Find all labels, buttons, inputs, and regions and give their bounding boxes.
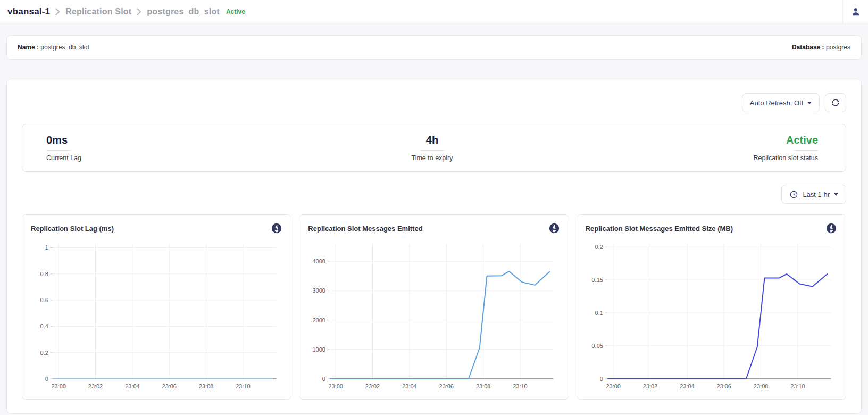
svg-text:23:02: 23:02 xyxy=(88,383,103,389)
summary-stats-bar: 0ms Current Lag 4h Time to expiry Active… xyxy=(22,124,846,172)
chart-messages-emitted: 0100020003000400023:0023:0223:0423:0623:… xyxy=(308,237,560,393)
svg-text:23:02: 23:02 xyxy=(642,383,657,389)
time-to-expiry-value: 4h xyxy=(426,134,438,146)
replication-slot-page: vbansal-1 Replication Slot postgres_db_s… xyxy=(0,0,868,415)
chart-header: Replication Slot Messages Emitted xyxy=(308,222,560,234)
slot-name-label: Name : xyxy=(18,44,39,51)
svg-text:23:10: 23:10 xyxy=(236,383,250,389)
caret-down-icon xyxy=(834,193,838,196)
auto-refresh-label: Auto Refresh: Off xyxy=(750,99,803,107)
chart-card-messages-emitted: Replication Slot Messages Emitted 010002… xyxy=(299,214,569,400)
breadcrumb: vbansal-1 Replication Slot postgres_db_s… xyxy=(7,6,245,17)
prometheus-icon[interactable] xyxy=(271,222,282,234)
chart-title: Replication Slot Messages Emitted xyxy=(308,225,422,233)
svg-text:23:08: 23:08 xyxy=(476,383,490,389)
user-icon xyxy=(850,6,861,17)
svg-text:23:04: 23:04 xyxy=(403,383,417,389)
current-lag-value: 0ms xyxy=(46,134,68,146)
svg-text:2000: 2000 xyxy=(313,317,326,323)
slot-database-label: Database : xyxy=(792,44,824,51)
chevron-right-icon xyxy=(137,8,141,15)
refresh-button[interactable] xyxy=(825,93,846,112)
user-menu-button[interactable] xyxy=(842,0,868,23)
svg-text:0.2: 0.2 xyxy=(40,350,48,356)
svg-text:23:00: 23:00 xyxy=(52,383,66,389)
clock-icon xyxy=(789,190,798,199)
chart-messages-emitted-size: 00.050.10.150.223:0023:0223:0423:0623:08… xyxy=(586,237,837,393)
stat-time-to-expiry: 4h Time to expiry xyxy=(304,134,561,162)
svg-text:23:04: 23:04 xyxy=(680,383,694,389)
svg-text:23:04: 23:04 xyxy=(125,383,139,389)
svg-text:23:06: 23:06 xyxy=(162,383,177,389)
svg-text:0.2: 0.2 xyxy=(595,244,603,250)
svg-text:23:06: 23:06 xyxy=(439,383,454,389)
slot-database: Database : postgres xyxy=(792,44,850,51)
svg-text:1000: 1000 xyxy=(313,346,326,353)
refresh-icon xyxy=(831,98,840,107)
slot-status-badge: Active xyxy=(226,8,245,15)
chevron-right-icon xyxy=(55,8,60,15)
svg-text:0.6: 0.6 xyxy=(40,297,48,303)
svg-text:4000: 4000 xyxy=(313,258,326,264)
breadcrumb-universe[interactable]: vbansal-1 xyxy=(7,6,50,17)
svg-text:1: 1 xyxy=(45,244,48,251)
chart-card-slot-lag: Replication Slot Lag (ms) 00.20.40.60.81… xyxy=(22,214,291,400)
stat-divider xyxy=(794,150,818,151)
time-range-label: Last 1 hr xyxy=(803,190,830,198)
svg-text:0.4: 0.4 xyxy=(40,323,48,329)
current-lag-label: Current Lag xyxy=(46,154,81,162)
slot-database-value: postgres xyxy=(826,44,850,51)
svg-text:0: 0 xyxy=(45,376,48,382)
chart-title: Replication Slot Messages Emitted Size (… xyxy=(586,225,733,233)
time-range-dropdown[interactable]: Last 1 hr xyxy=(781,185,846,204)
time-to-expiry-label: Time to expiry xyxy=(411,154,453,162)
metrics-panel: Auto Refresh: Off 0ms Current Lag 4h xyxy=(6,79,862,414)
svg-text:23:00: 23:00 xyxy=(606,383,620,389)
caret-down-icon xyxy=(807,102,812,104)
svg-text:0.15: 0.15 xyxy=(591,277,603,283)
svg-text:23:08: 23:08 xyxy=(754,383,768,389)
svg-text:23:06: 23:06 xyxy=(716,383,731,389)
svg-text:23:10: 23:10 xyxy=(790,383,805,389)
slot-name-value: postgres_db_slot xyxy=(40,44,89,51)
svg-text:0: 0 xyxy=(599,376,603,382)
slot-status-value: Active xyxy=(786,134,818,146)
breadcrumb-section[interactable]: Replication Slot xyxy=(65,7,131,16)
chart-card-messages-emitted-size: Replication Slot Messages Emitted Size (… xyxy=(577,214,846,400)
stat-slot-status: Active Replication slot status xyxy=(561,134,818,162)
svg-text:23:10: 23:10 xyxy=(513,383,528,389)
prometheus-icon[interactable] xyxy=(548,222,560,234)
svg-text:23:08: 23:08 xyxy=(199,383,213,389)
svg-text:0.1: 0.1 xyxy=(595,310,603,316)
svg-text:23:02: 23:02 xyxy=(365,383,380,389)
stat-current-lag: 0ms Current Lag xyxy=(46,134,304,162)
top-bar: vbansal-1 Replication Slot postgres_db_s… xyxy=(0,0,868,23)
stat-divider xyxy=(46,150,71,151)
svg-text:3000: 3000 xyxy=(313,287,326,294)
slot-name: Name : postgres_db_slot xyxy=(18,44,89,51)
svg-text:0: 0 xyxy=(322,376,326,382)
breadcrumb-slot-name: postgres_db_slot xyxy=(147,7,220,16)
chart-replication-slot-lag: 00.20.40.60.8123:0023:0223:0423:0623:082… xyxy=(31,237,282,393)
svg-text:0.05: 0.05 xyxy=(591,343,603,349)
stat-divider xyxy=(420,150,445,151)
auto-refresh-dropdown[interactable]: Auto Refresh: Off xyxy=(742,93,820,112)
chart-header: Replication Slot Messages Emitted Size (… xyxy=(586,222,837,234)
slot-status-label: Replication slot status xyxy=(753,154,818,162)
refresh-toolbar: Auto Refresh: Off xyxy=(22,93,846,112)
charts-row: Replication Slot Lag (ms) 00.20.40.60.81… xyxy=(22,214,846,400)
chart-header: Replication Slot Lag (ms) xyxy=(31,222,282,234)
prometheus-icon[interactable] xyxy=(825,222,837,234)
slot-info-bar: Name : postgres_db_slot Database : postg… xyxy=(6,35,862,60)
time-range-toolbar: Last 1 hr xyxy=(22,185,846,204)
chart-title: Replication Slot Lag (ms) xyxy=(31,225,114,233)
svg-text:0.8: 0.8 xyxy=(40,271,48,277)
svg-text:23:00: 23:00 xyxy=(329,383,343,389)
